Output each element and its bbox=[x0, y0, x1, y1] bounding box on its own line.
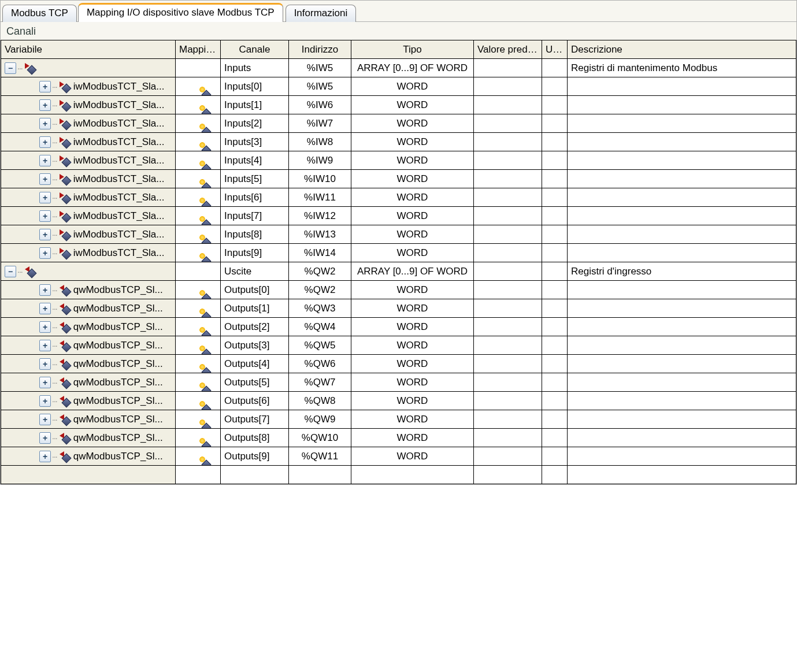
type-cell[interactable]: WORD bbox=[351, 188, 474, 207]
unit-cell[interactable] bbox=[542, 262, 568, 281]
io-mapping-table[interactable]: Variabile Mapping Canale Indirizzo Tipo … bbox=[1, 40, 796, 484]
default-cell[interactable] bbox=[474, 188, 542, 207]
default-cell[interactable] bbox=[474, 77, 542, 96]
col-mapping[interactable]: Mapping bbox=[176, 40, 221, 59]
col-channel[interactable]: Canale bbox=[221, 40, 289, 59]
variable-name[interactable]: qwModbusTCP_Sl... bbox=[73, 358, 163, 370]
unit-cell[interactable] bbox=[542, 96, 568, 114]
variable-name[interactable]: qwModbusTCP_Sl... bbox=[73, 321, 163, 333]
unit-cell[interactable] bbox=[542, 355, 568, 373]
variable-name[interactable]: iwModbusTCT_Sla... bbox=[73, 210, 165, 222]
default-cell[interactable] bbox=[474, 410, 542, 429]
variable-name[interactable]: iwModbusTCT_Sla... bbox=[73, 136, 165, 148]
type-cell[interactable]: WORD bbox=[351, 77, 474, 96]
col-variable[interactable]: Variabile bbox=[1, 40, 176, 59]
default-cell[interactable] bbox=[474, 336, 542, 355]
table-row[interactable]: −···Inputs%IW5ARRAY [0...9] OF WORDRegis… bbox=[1, 59, 796, 77]
tree-expand-icon[interactable]: + bbox=[39, 229, 51, 240]
channel-cell[interactable]: Outputs[8] bbox=[221, 429, 289, 447]
table-row[interactable]: +···qwModbusTCP_Sl...Outputs[9]%QW11WORD bbox=[1, 447, 796, 466]
default-cell[interactable] bbox=[474, 244, 542, 262]
default-cell[interactable] bbox=[474, 447, 542, 466]
description-cell[interactable] bbox=[568, 281, 796, 299]
tree-expand-icon[interactable]: + bbox=[39, 192, 51, 203]
default-cell[interactable] bbox=[474, 133, 542, 151]
address-cell[interactable]: %IW10 bbox=[289, 170, 351, 188]
table-row[interactable]: +···qwModbusTCP_Sl...Outputs[8]%QW10WORD bbox=[1, 429, 796, 447]
address-cell[interactable]: %QW2 bbox=[289, 281, 351, 299]
channel-cell[interactable]: Outputs[9] bbox=[221, 447, 289, 466]
default-cell[interactable] bbox=[474, 355, 542, 373]
address-cell[interactable]: %QW10 bbox=[289, 429, 351, 447]
unit-cell[interactable] bbox=[542, 429, 568, 447]
col-address[interactable]: Indirizzo bbox=[289, 40, 351, 59]
description-cell[interactable] bbox=[568, 77, 796, 96]
unit-cell[interactable] bbox=[542, 392, 568, 410]
description-cell[interactable] bbox=[568, 392, 796, 410]
tree-collapse-icon[interactable]: − bbox=[5, 266, 16, 277]
description-cell[interactable] bbox=[568, 96, 796, 114]
table-row[interactable]: +···iwModbusTCT_Sla...Inputs[0]%IW5WORD bbox=[1, 77, 796, 96]
table-row[interactable]: +···qwModbusTCP_Sl...Outputs[6]%QW8WORD bbox=[1, 392, 796, 410]
tree-collapse-icon[interactable]: − bbox=[5, 62, 16, 74]
description-cell[interactable] bbox=[568, 151, 796, 170]
unit-cell[interactable] bbox=[542, 170, 568, 188]
description-cell[interactable]: Registri di mantenimento Modbus bbox=[568, 59, 796, 77]
type-cell[interactable]: WORD bbox=[351, 299, 474, 318]
tree-expand-icon[interactable]: + bbox=[39, 451, 51, 462]
address-cell[interactable]: %IW12 bbox=[289, 207, 351, 225]
address-cell[interactable]: %IW13 bbox=[289, 225, 351, 244]
type-cell[interactable]: WORD bbox=[351, 447, 474, 466]
description-cell[interactable] bbox=[568, 318, 796, 336]
table-row[interactable]: +···qwModbusTCP_Sl...Outputs[0]%QW2WORD bbox=[1, 281, 796, 299]
unit-cell[interactable] bbox=[542, 244, 568, 262]
type-cell[interactable]: WORD bbox=[351, 355, 474, 373]
channel-cell[interactable]: Inputs[2] bbox=[221, 114, 289, 133]
table-row[interactable]: +···iwModbusTCT_Sla...Inputs[1]%IW6WORD bbox=[1, 96, 796, 114]
col-description[interactable]: Descrizione bbox=[568, 40, 796, 59]
table-row[interactable]: +···iwModbusTCT_Sla...Inputs[6]%IW11WORD bbox=[1, 188, 796, 207]
unit-cell[interactable] bbox=[542, 114, 568, 133]
default-cell[interactable] bbox=[474, 207, 542, 225]
address-cell[interactable]: %QW6 bbox=[289, 355, 351, 373]
table-row[interactable]: +···iwModbusTCT_Sla...Inputs[8]%IW13WORD bbox=[1, 225, 796, 244]
channel-cell[interactable]: Outputs[7] bbox=[221, 410, 289, 429]
variable-name[interactable]: iwModbusTCT_Sla... bbox=[73, 192, 165, 203]
type-cell[interactable]: WORD bbox=[351, 133, 474, 151]
description-cell[interactable] bbox=[568, 188, 796, 207]
tree-expand-icon[interactable]: + bbox=[39, 358, 51, 370]
tab-information[interactable]: Informazioni bbox=[286, 5, 357, 22]
channel-cell[interactable]: Inputs[5] bbox=[221, 170, 289, 188]
variable-name[interactable]: iwModbusTCT_Sla... bbox=[73, 155, 165, 166]
variable-name[interactable]: qwModbusTCP_Sl... bbox=[73, 284, 163, 296]
type-cell[interactable]: WORD bbox=[351, 151, 474, 170]
type-cell[interactable]: WORD bbox=[351, 225, 474, 244]
description-cell[interactable] bbox=[568, 299, 796, 318]
type-cell[interactable]: WORD bbox=[351, 336, 474, 355]
channel-cell[interactable]: Outputs[3] bbox=[221, 336, 289, 355]
channel-cell[interactable]: Outputs[6] bbox=[221, 392, 289, 410]
type-cell[interactable]: ARRAY [0...9] OF WORD bbox=[351, 59, 474, 77]
table-row[interactable]: +···iwModbusTCT_Sla...Inputs[5]%IW10WORD bbox=[1, 170, 796, 188]
table-row[interactable]: −···Uscite%QW2ARRAY [0...9] OF WORDRegis… bbox=[1, 262, 796, 281]
tree-expand-icon[interactable]: + bbox=[39, 118, 51, 129]
unit-cell[interactable] bbox=[542, 188, 568, 207]
table-row[interactable]: +···iwModbusTCT_Sla...Inputs[3]%IW8WORD bbox=[1, 133, 796, 151]
unit-cell[interactable] bbox=[542, 318, 568, 336]
description-cell[interactable] bbox=[568, 447, 796, 466]
description-cell[interactable] bbox=[568, 410, 796, 429]
address-cell[interactable]: %IW5 bbox=[289, 59, 351, 77]
default-cell[interactable] bbox=[474, 225, 542, 244]
channel-cell[interactable]: Outputs[0] bbox=[221, 281, 289, 299]
address-cell[interactable]: %IW9 bbox=[289, 151, 351, 170]
default-cell[interactable] bbox=[474, 281, 542, 299]
tree-expand-icon[interactable]: + bbox=[39, 340, 51, 351]
default-cell[interactable] bbox=[474, 262, 542, 281]
tree-expand-icon[interactable]: + bbox=[39, 247, 51, 259]
channel-cell[interactable]: Outputs[4] bbox=[221, 355, 289, 373]
tree-expand-icon[interactable]: + bbox=[39, 210, 51, 222]
unit-cell[interactable] bbox=[542, 299, 568, 318]
table-row[interactable]: +···qwModbusTCP_Sl...Outputs[5]%QW7WORD bbox=[1, 373, 796, 392]
unit-cell[interactable] bbox=[542, 447, 568, 466]
description-cell[interactable] bbox=[568, 429, 796, 447]
